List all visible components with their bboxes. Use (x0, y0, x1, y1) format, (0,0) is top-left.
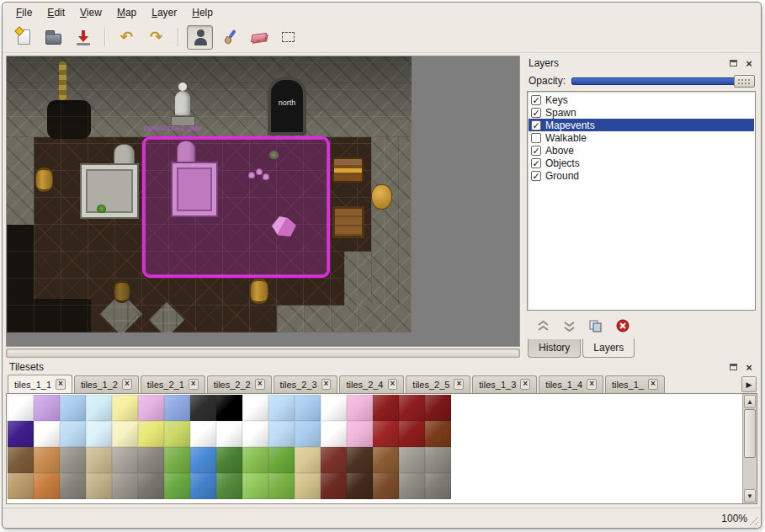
tab-close-icon[interactable]: × (520, 379, 530, 390)
tile-2-8[interactable] (216, 447, 242, 473)
layer-checkbox[interactable]: ✓ (531, 158, 541, 168)
tile-0-10[interactable] (268, 395, 295, 421)
menu-layer[interactable]: Layer (145, 4, 183, 21)
layer-row-walkable[interactable]: Walkable (529, 131, 754, 144)
tab-close-icon[interactable]: × (587, 379, 597, 390)
tile-1-10[interactable] (268, 421, 295, 447)
tab-close-icon[interactable]: × (321, 379, 332, 390)
dock-tab-layers[interactable]: Layers (582, 338, 635, 358)
tile-3-7[interactable] (190, 473, 216, 499)
tileset-tab-tiles_2_1[interactable]: tiles_2_1× (141, 375, 205, 393)
tile-2-16[interactable] (425, 447, 451, 473)
tileset-content[interactable]: ▲ ▼ (6, 393, 757, 504)
tile-1-14[interactable] (373, 421, 399, 447)
layer-checkbox[interactable]: ✓ (531, 108, 541, 118)
tile-1-12[interactable] (321, 421, 347, 447)
tile-0-1[interactable] (34, 395, 60, 421)
map-canvas[interactable]: north caveshri (7, 56, 412, 332)
tile-2-4[interactable] (112, 447, 138, 473)
tile-2-14[interactable] (373, 447, 399, 473)
tile-1-6[interactable] (164, 421, 190, 447)
resize-grip[interactable] (747, 514, 758, 525)
new-file-button[interactable] (11, 25, 37, 50)
character-tool-button[interactable] (187, 25, 213, 50)
delete-layer-button[interactable] (616, 319, 630, 332)
tileset-tab-tiles_2_4[interactable]: tiles_2_4× (339, 375, 404, 393)
tile-2-6[interactable] (164, 447, 190, 473)
tile-3-8[interactable] (216, 473, 242, 499)
duplicate-layer-button[interactable] (589, 320, 603, 332)
tile-2-15[interactable] (399, 447, 425, 473)
tile-1-0[interactable] (8, 421, 34, 447)
tile-2-5[interactable] (138, 447, 164, 473)
tile-1-15[interactable] (399, 421, 425, 447)
scrollbar-thumb[interactable] (744, 409, 756, 458)
tile-0-14[interactable] (373, 395, 399, 421)
tile-2-0[interactable] (8, 447, 34, 473)
tile-3-5[interactable] (138, 473, 164, 499)
tile-0-9[interactable] (242, 395, 268, 421)
layer-checkbox[interactable]: ✓ (531, 171, 541, 181)
tile-1-4[interactable] (112, 421, 138, 447)
scrollbar-thumb[interactable] (8, 350, 518, 356)
tile-2-11[interactable] (295, 447, 321, 473)
tile-3-2[interactable] (60, 473, 86, 499)
tile-0-6[interactable] (164, 395, 190, 421)
tab-close-icon[interactable]: × (56, 379, 66, 390)
tile-2-12[interactable] (321, 447, 347, 473)
rect-select-tool-button[interactable] (275, 25, 301, 50)
dock-float-button[interactable] (726, 57, 740, 70)
tile-3-11[interactable] (295, 473, 321, 499)
tile-3-15[interactable] (399, 473, 425, 499)
tileset-tab-tiles_2_3[interactable]: tiles_2_3× (274, 375, 338, 393)
opacity-slider[interactable] (571, 77, 755, 85)
tileset-tab-tiles_2_5[interactable]: tiles_2_5× (406, 375, 470, 393)
layer-row-mapevents[interactable]: ✓Mapevents (529, 119, 754, 131)
tab-close-icon[interactable]: × (454, 379, 464, 390)
tile-1-11[interactable] (295, 421, 321, 447)
layer-checkbox[interactable]: ✓ (531, 146, 541, 156)
layer-row-above[interactable]: ✓Above (529, 144, 754, 157)
dock-tab-history[interactable]: History (528, 339, 581, 358)
tile-0-13[interactable] (347, 395, 373, 421)
tile-0-5[interactable] (138, 395, 164, 421)
tile-2-10[interactable] (268, 447, 295, 473)
tile-1-2[interactable] (60, 421, 86, 447)
dock-close-button[interactable]: × (742, 57, 756, 70)
tile-0-11[interactable] (295, 395, 321, 421)
tile-0-0[interactable] (8, 395, 34, 421)
tile-3-12[interactable] (321, 473, 347, 499)
tileset-tab-tiles_1_4[interactable]: tiles_1_4× (539, 375, 603, 393)
menu-file[interactable]: File (9, 4, 39, 21)
tile-3-9[interactable] (242, 473, 268, 499)
layer-row-keys[interactable]: ✓Keys (529, 93, 754, 106)
tileset-tab-tiles_2_2[interactable]: tiles_2_2× (207, 375, 272, 393)
tileset-tab-tiles_1_3[interactable]: tiles_1_3× (472, 375, 537, 393)
move-layer-down-button[interactable] (563, 321, 576, 332)
tile-1-8[interactable] (216, 421, 242, 447)
opacity-slider-handle[interactable] (734, 75, 755, 88)
tab-scroll-right-button[interactable]: ▶ (741, 376, 757, 392)
tileset-vertical-scrollbar[interactable]: ▲ ▼ (742, 394, 757, 503)
tab-close-icon[interactable]: × (388, 379, 398, 390)
tile-0-4[interactable] (112, 395, 138, 421)
menu-help[interactable]: Help (185, 4, 220, 21)
brush-tool-button[interactable] (216, 25, 242, 50)
redo-button[interactable]: ↷ (143, 25, 169, 50)
tile-0-8[interactable] (216, 395, 242, 421)
tile-1-1[interactable] (34, 421, 60, 447)
tile-1-7[interactable] (190, 421, 216, 447)
menu-edit[interactable]: Edit (40, 4, 72, 21)
move-layer-up-button[interactable] (537, 321, 550, 332)
tile-3-4[interactable] (112, 473, 138, 499)
scroll-down-button[interactable]: ▼ (744, 489, 756, 503)
layer-row-spawn[interactable]: ✓Spawn (529, 106, 754, 119)
tile-0-12[interactable] (321, 395, 347, 421)
tab-close-icon[interactable]: × (255, 379, 265, 390)
tile-3-14[interactable] (373, 473, 399, 499)
map-viewport[interactable]: north caveshri (6, 56, 520, 347)
layer-checkbox[interactable]: ✓ (531, 120, 541, 130)
tile-2-2[interactable] (60, 447, 86, 473)
layer-row-ground[interactable]: ✓Ground (529, 169, 754, 182)
tile-3-1[interactable] (34, 473, 60, 499)
